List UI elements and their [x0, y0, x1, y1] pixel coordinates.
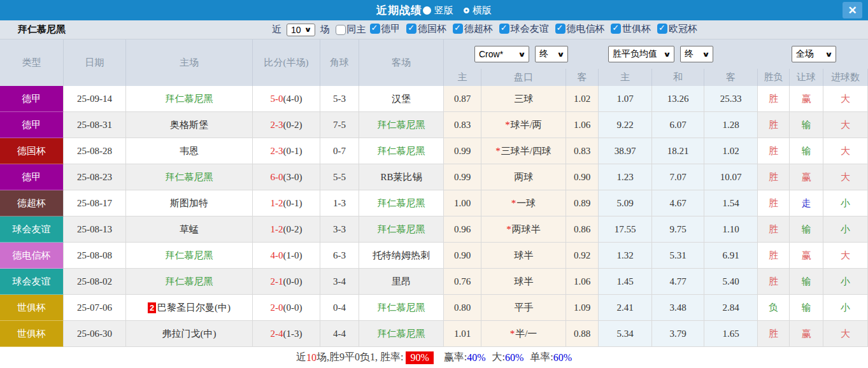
score-cell: 2-4(1-3) [253, 321, 320, 347]
table-row: 球会友谊 25-08-13 草蜢 1-2(0-2) 3-3 拜仁慕尼黑 0.96… [0, 216, 868, 243]
period-select[interactable]: 全场∨ [792, 46, 836, 62]
league-checkbox[interactable] [406, 24, 416, 34]
league-label[interactable]: 德超杯 [464, 23, 493, 35]
away-team-cell: 汉堡 [359, 86, 444, 112]
goals-result: 大 [823, 86, 868, 112]
avg-odds-home: 2.41 [599, 295, 652, 321]
win-value: 40% [467, 352, 485, 364]
horizontal-layout-radio[interactable] [464, 8, 469, 13]
handicap-line: 三球 [515, 93, 534, 105]
single-label: 单率: [530, 351, 553, 364]
handicap-star: * [511, 198, 516, 209]
league-label[interactable]: 球会友谊 [511, 23, 549, 35]
handicap-odds-away: 0.90 [566, 164, 599, 190]
avg-odds-home: 5.34 [599, 321, 652, 347]
handicap-odds-away: 1.06 [566, 112, 599, 138]
handicap-line: 三球半/四球 [501, 145, 551, 157]
goals-result: 大 [823, 243, 868, 269]
goals-result: 小 [823, 269, 868, 295]
handicap-line-cell: 两球 [481, 164, 566, 190]
same-home-label[interactable]: 同主 [347, 24, 366, 36]
vertical-layout-radio[interactable] [423, 6, 431, 15]
home-team-name: 拜仁慕尼黑 [166, 171, 213, 183]
half-time-score: (0-0) [283, 276, 302, 287]
col-header-type: 类型 [0, 39, 64, 86]
handicap-result: 赢 [790, 243, 823, 269]
away-team-cell: 拜仁慕尼黑 [359, 112, 444, 138]
league-checkbox[interactable] [370, 24, 380, 34]
league-checkbox[interactable] [657, 24, 667, 34]
page-title: 近期战绩 [376, 3, 422, 18]
handicap-line-cell: *半/一 [481, 321, 566, 347]
corner-count: 0-4 [320, 295, 359, 321]
col-header-avg-home: 主 [599, 69, 652, 86]
league-label[interactable]: 德电信杯 [567, 23, 605, 35]
half-time-score: (1-0) [283, 250, 302, 261]
avg-time-select[interactable]: 终∨ [680, 46, 713, 62]
handicap-line-cell: *两球半 [481, 216, 566, 243]
avg-time-value: 终 [685, 48, 694, 60]
league-filter-item: 球会友谊 [495, 23, 549, 35]
avg-odds-draw: 13.26 [652, 86, 704, 112]
handicap-odds-home: 0.90 [444, 243, 481, 269]
corner-count: 7-5 [320, 112, 359, 138]
close-icon[interactable]: ✕ [843, 2, 862, 18]
handicap-line-cell: 平手 [481, 295, 566, 321]
filter-bar: 拜仁慕尼黑 近 10 ∨ 场 同主 德甲 德国杯 德超杯 球会友谊 德电信杯 世… [0, 20, 868, 39]
handicap-line-cell: *球半/两 [481, 112, 566, 138]
corner-count: 5-5 [320, 164, 359, 190]
half-time-score: (0-1) [283, 146, 302, 157]
avg-odds-home: 1.07 [599, 86, 652, 112]
avg-odds-draw: 9.75 [652, 216, 704, 243]
home-team-name: 韦恩 [180, 145, 199, 157]
full-time-score: 6-0 [271, 172, 283, 183]
score-cell: 6-0(3-0) [253, 164, 320, 190]
winlose-result: 胜 [758, 112, 790, 138]
col-header-away: 客场 [359, 39, 444, 86]
league-label[interactable]: 世俱杯 [622, 23, 651, 35]
score-cell: 2-1(0-0) [253, 269, 320, 295]
match-type-badge: 德甲 [0, 112, 64, 138]
goals-result: 大 [823, 321, 868, 347]
league-checkbox[interactable] [499, 24, 509, 34]
handicap-odds-away: 0.92 [566, 243, 599, 269]
home-team-cell: 草蜢 [126, 216, 253, 243]
matches-label: 场 [320, 24, 330, 36]
table-row: 世俱杯 25-07-06 2 巴黎圣日尔曼(中) 2-0(0-0) 0-4 拜仁… [0, 295, 868, 321]
league-checkbox[interactable] [611, 24, 621, 34]
bookmaker-time-select[interactable]: 终∨ [535, 46, 568, 62]
home-team-name: 草蜢 [180, 223, 199, 236]
away-team-cell: 托特纳姆热刺 [359, 243, 444, 269]
table-row: 德超杯 25-08-17 斯图加特 1-2(0-1) 1-3 拜仁慕尼黑 1.0… [0, 190, 868, 216]
handicap-star: * [495, 146, 501, 157]
same-home-checkbox[interactable] [336, 25, 346, 35]
league-label[interactable]: 欧冠杯 [669, 23, 697, 35]
league-label[interactable]: 德甲 [381, 23, 401, 35]
handicap-line-cell: 三球 [481, 86, 566, 112]
recent-count-select[interactable]: 10 ∨ [287, 24, 315, 36]
avg-odds-draw: 18.21 [652, 138, 704, 164]
home-team-name: 奥格斯堡 [170, 119, 208, 131]
avg-type-select[interactable]: 胜平负均值∨ [608, 46, 674, 62]
home-team-cell: 2 巴黎圣日尔曼(中) [126, 295, 253, 321]
footer-recent-count: 10 [306, 352, 317, 364]
period-value: 全场 [796, 48, 814, 60]
home-team-name: 拜仁慕尼黑 [166, 93, 213, 105]
handicap-odds-away: 0.83 [566, 138, 599, 164]
league-checkbox[interactable] [555, 24, 566, 34]
vertical-layout-label[interactable]: 竖版 [434, 4, 453, 17]
league-label[interactable]: 德国杯 [418, 23, 446, 35]
score-cell: 2-3(0-2) [253, 112, 320, 138]
col-header-corner: 角球 [320, 39, 359, 86]
corner-count: 0-7 [320, 138, 359, 164]
match-type-badge: 球会友谊 [0, 216, 64, 243]
col-header-odds-away: 客 [566, 69, 599, 86]
handicap-odds-home: 0.80 [444, 295, 481, 321]
horizontal-layout-label[interactable]: 横版 [473, 4, 492, 17]
table-header: 类型 日期 主场 比分(半场) 角球 客场 Crow*∨ 终∨ 胜平负均值∨ 终… [0, 39, 868, 86]
bookmaker-select[interactable]: Crow*∨ [474, 46, 529, 62]
away-team-name: 拜仁慕尼黑 [378, 119, 425, 131]
away-team-name: 拜仁慕尼黑 [378, 223, 425, 236]
corner-count: 3-4 [320, 269, 359, 295]
league-checkbox[interactable] [453, 24, 463, 34]
